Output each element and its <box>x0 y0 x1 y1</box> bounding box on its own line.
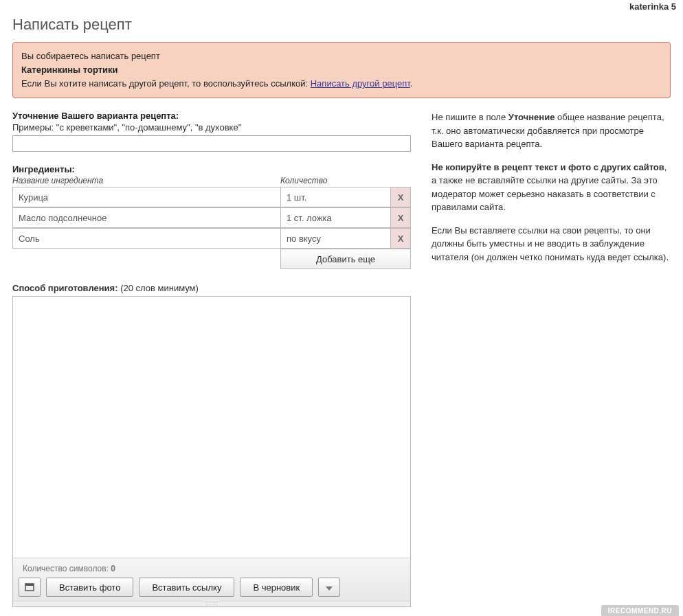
ingredients-section: Ингредиенты: Название ингредиента Количе… <box>12 164 411 269</box>
watermark: IRECOMMEND.RU <box>601 605 679 616</box>
ingredient-row: X <box>12 207 411 228</box>
fullscreen-icon <box>25 583 34 591</box>
variant-input[interactable] <box>12 135 411 152</box>
insert-photo-button[interactable]: Вставить фото <box>46 578 133 597</box>
method-label: Способ приготовления: <box>12 283 118 293</box>
add-ingredient-button[interactable]: Добавить еще <box>280 249 411 269</box>
notice-line2-post: . <box>410 78 413 89</box>
fullscreen-button[interactable] <box>19 578 41 597</box>
delete-ingredient-button[interactable]: X <box>390 207 411 228</box>
chevron-down-icon <box>326 586 333 591</box>
method-section: Способ приготовления: (20 слов минимум) … <box>12 283 411 607</box>
tip-1: Не пишите в поле Уточнение общее названи… <box>432 111 671 151</box>
col-qty-header: Количество <box>280 176 327 185</box>
ingredient-name-input[interactable] <box>12 228 280 249</box>
username[interactable]: katerinka 5 <box>629 1 676 12</box>
tip-3: Если Вы вставляете ссылки на свои рецепт… <box>432 224 671 264</box>
method-textarea[interactable] <box>13 297 410 558</box>
tips-sidebar: Не пишите в поле Уточнение общее названи… <box>432 111 671 607</box>
write-another-link[interactable]: Написать другой рецепт <box>311 78 410 89</box>
insert-link-button[interactable]: Вставить ссылку <box>139 578 234 597</box>
ingredient-qty-input[interactable] <box>280 187 390 207</box>
draft-dropdown-button[interactable] <box>318 578 340 597</box>
ingredient-row: X <box>12 187 411 207</box>
col-name-header: Название ингредиента <box>12 176 280 185</box>
tip-2: Не копируйте в рецепт текст и фото с дру… <box>432 161 671 214</box>
variant-label: Уточнение Вашего варианта рецепта: <box>12 111 411 121</box>
delete-ingredient-button[interactable]: X <box>390 228 411 249</box>
user-bar: katerinka 5 <box>0 0 683 13</box>
ingredient-qty-input[interactable] <box>280 207 390 228</box>
char-count: 0 <box>111 564 115 573</box>
char-label: Количество символов: <box>23 564 111 573</box>
editor-toolbar: Количество символов: 0 Вставить фото Вст… <box>13 558 410 601</box>
save-draft-button[interactable]: В черновик <box>240 578 313 597</box>
page-title: Написать рецепт <box>12 16 671 34</box>
delete-ingredient-button[interactable]: X <box>390 187 411 207</box>
notice-line2-pre: Если Вы хотите написать другой рецепт, т… <box>21 78 311 89</box>
notice-line2: Если Вы хотите написать другой рецепт, т… <box>21 77 662 91</box>
resize-handle[interactable]: :::::: <box>13 601 410 606</box>
char-counter: Количество символов: 0 <box>19 562 405 578</box>
variant-section: Уточнение Вашего варианта рецепта: Приме… <box>12 111 411 152</box>
variant-hint: Примеры: "с креветками", "по-домашнему",… <box>12 122 411 133</box>
ingredient-name-input[interactable] <box>12 207 280 228</box>
editor: Количество символов: 0 Вставить фото Вст… <box>12 296 411 607</box>
ingredients-label: Ингредиенты: <box>12 164 411 174</box>
svg-marker-2 <box>326 586 333 591</box>
ingredient-row: X <box>12 228 411 249</box>
svg-rect-1 <box>25 584 34 586</box>
notice-box: Вы собираетесь написать рецепт Катеринки… <box>12 42 671 98</box>
notice-recipe-name: Катеринкины тортики <box>21 65 118 75</box>
ingredient-name-input[interactable] <box>12 187 280 207</box>
notice-line1: Вы собираетесь написать рецепт <box>21 49 662 63</box>
ingredient-qty-input[interactable] <box>280 228 390 249</box>
method-note: (20 слов минимум) <box>120 283 199 293</box>
